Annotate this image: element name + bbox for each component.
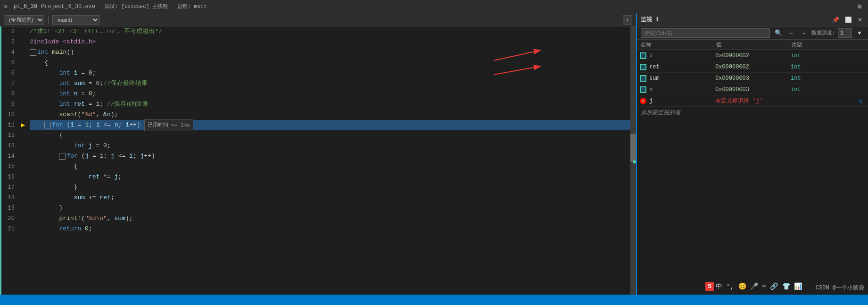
code-line-14: -for (j = 1; j <= i; j++) xyxy=(30,151,630,161)
top-bar: ✕ pt_6_30 Project_6_30.exe 调试: [0x135EC]… xyxy=(0,0,868,13)
gutter-14 xyxy=(18,151,28,161)
ln-20: 20 xyxy=(3,213,15,224)
ln-18: 18 xyxy=(3,193,15,203)
editor-toolbar: (全局范围) main() + xyxy=(0,13,636,26)
timing-badge: 已用时间 <= 1ms xyxy=(144,119,193,131)
close-icon[interactable]: ✕ xyxy=(4,2,8,10)
top-bar-subtitle: Project_6_30.exe xyxy=(41,3,95,10)
scroll-marker xyxy=(633,161,636,163)
watch-float-btn[interactable]: ⬜ xyxy=(843,17,854,23)
watch-pin-btn[interactable]: 📌 xyxy=(830,17,841,23)
csdn-logo: S xyxy=(705,282,714,291)
gutter-21 xyxy=(18,224,28,234)
gutter: ▶ xyxy=(18,26,28,295)
col-header-name: 名称 xyxy=(637,41,712,48)
gutter-18 xyxy=(18,193,28,203)
watch-add-item[interactable]: 添加要监视的项 xyxy=(637,107,868,118)
code-line-3: #include <stdio.h> xyxy=(30,37,630,47)
cube-icon-sum xyxy=(639,74,647,83)
ln-6: 6 xyxy=(3,68,15,78)
code-line-20: printf("%d\n", sum); xyxy=(30,213,630,224)
search-depth-dropdown[interactable]: ▼ xyxy=(855,30,864,36)
entry-name-j: j xyxy=(649,98,715,104)
code-line-19: } xyxy=(30,203,630,213)
nav-forward-icon[interactable]: → xyxy=(799,30,809,36)
ln-17: 17 xyxy=(3,182,15,193)
code-line-6: int i = 0; xyxy=(30,68,630,78)
func-dropdown[interactable]: main() xyxy=(52,15,99,25)
settings-icon[interactable]: ⚙ xyxy=(855,3,864,10)
ln-4: 4 xyxy=(3,47,15,58)
collapse-btn-for1[interactable]: - xyxy=(44,122,51,128)
ln-9: 9 xyxy=(3,99,15,110)
line-numbers: 2 3 4 5 6 7 8 9 10 11 12 13 14 15 16 17 xyxy=(1,26,18,295)
code-content[interactable]: /*求1! +2! +3! +4!+……+n!, 不考虑溢出*/ #includ… xyxy=(28,26,630,295)
gutter-8 xyxy=(18,89,28,99)
gutter-11: ▶ xyxy=(18,120,28,130)
search-depth-label: 搜索深度: xyxy=(811,29,835,36)
entry-value-sum: 0x00000003 xyxy=(715,75,791,82)
col-header-value: 值 xyxy=(712,41,788,48)
toolbar-separator-1 xyxy=(48,16,49,24)
watch-entry-j[interactable]: ✕ j 未定义标识符 'j' ↻ xyxy=(637,95,868,107)
entry-value-ret: 0x00000002 xyxy=(715,64,791,70)
gutter-19 xyxy=(18,203,28,213)
entry-type-i: int xyxy=(791,52,866,59)
scrollbar-thumb xyxy=(630,134,636,162)
nav-back-icon[interactable]: ← xyxy=(787,30,796,36)
code-line-17: } xyxy=(30,182,630,193)
gutter-10 xyxy=(18,110,28,120)
gutter-20 xyxy=(18,213,28,224)
watch-header-actions: 📌 ⬜ ✕ xyxy=(830,17,864,23)
entry-name-n: n xyxy=(649,86,715,93)
entry-type-n: int xyxy=(791,86,866,93)
collapse-btn-main[interactable]: - xyxy=(30,49,36,56)
add-watch-btn[interactable]: + xyxy=(623,15,632,25)
watch-close-btn[interactable]: ✕ xyxy=(856,17,864,23)
top-bar-title: pt_6_30 xyxy=(13,3,37,10)
ln-12: 12 xyxy=(3,130,15,141)
ln-21: 21 xyxy=(3,224,15,234)
ln-3: 3 xyxy=(3,37,15,47)
entry-name-sum: sum xyxy=(649,75,715,82)
col-header-type: 类型 xyxy=(788,41,868,48)
code-area: 2 3 4 5 6 7 8 9 10 11 12 13 14 15 16 17 xyxy=(0,26,636,295)
csdn-toolbar-icons: 中 °, 😊 🎤 ⌨ 🔗 👕 📊 xyxy=(716,282,802,291)
refresh-icon-j[interactable]: ↻ xyxy=(859,97,866,105)
watch-entry-n[interactable]: n 0x00000003 int xyxy=(637,84,868,95)
ln-19: 19 xyxy=(3,203,15,213)
code-line-4: -int main() xyxy=(30,47,630,58)
collapse-btn-for2[interactable]: - xyxy=(59,153,66,160)
editor-pane: (全局范围) main() + 2 3 4 5 xyxy=(0,13,637,295)
editor-scrollbar[interactable] xyxy=(630,26,636,295)
gutter-17 xyxy=(18,182,28,193)
gutter-7 xyxy=(18,78,28,89)
svg-rect-0 xyxy=(640,53,646,59)
watch-entry-ret[interactable]: ret 0x00000002 int xyxy=(637,61,868,73)
ln-8: 8 xyxy=(3,89,15,99)
code-line-12: { xyxy=(30,130,630,141)
gutter-3 xyxy=(18,37,28,47)
status-bar xyxy=(0,295,868,305)
code-line-8: int n = 0; xyxy=(30,89,630,99)
watch-entry-sum[interactable]: sum 0x00000003 int xyxy=(637,73,868,84)
ln-2: 2 xyxy=(3,26,15,37)
search-depth-input[interactable]: 3 xyxy=(838,28,852,38)
entry-type-sum: int xyxy=(791,75,866,82)
cube-icon-i xyxy=(639,51,647,60)
watch-search-input[interactable] xyxy=(641,28,770,38)
watch-columns: 名称 值 类型 xyxy=(637,40,868,50)
watch-entry-i[interactable]: i 0x00000002 int xyxy=(637,50,868,61)
svg-rect-3 xyxy=(640,87,646,93)
gutter-15 xyxy=(18,161,28,172)
code-line-2: /*求1! +2! +3! +4!+……+n!, 不考虑溢出*/ xyxy=(30,26,630,37)
cube-icon-n xyxy=(639,85,647,94)
main-container: ✕ pt_6_30 Project_6_30.exe 调试: [0x135EC]… xyxy=(0,0,868,305)
code-line-16: ret *= j; xyxy=(30,172,630,182)
csdn-area: S 中 °, 😊 🎤 ⌨ 🔗 👕 📊 xyxy=(705,282,802,291)
ln-15: 15 xyxy=(3,161,15,172)
svg-rect-1 xyxy=(640,64,646,70)
scope-dropdown[interactable]: (全局范围) xyxy=(4,15,44,25)
watch-title: 监视 1 xyxy=(641,16,659,24)
search-icon[interactable]: 🔍 xyxy=(773,29,784,36)
